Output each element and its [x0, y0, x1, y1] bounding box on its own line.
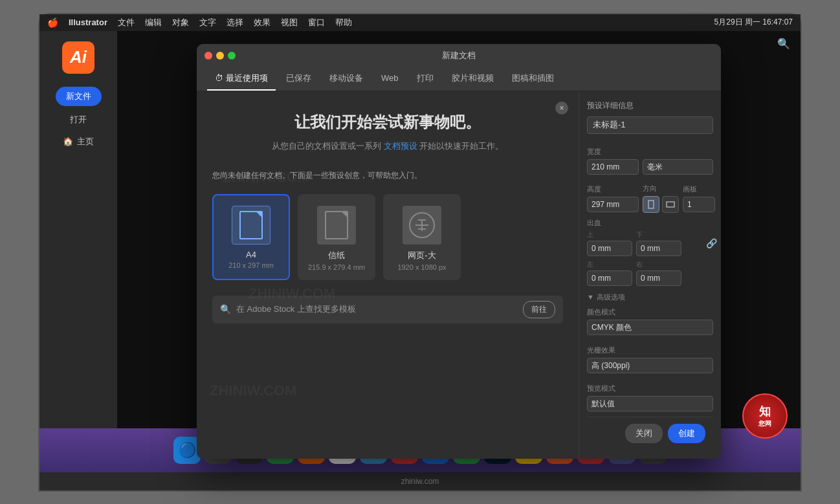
- search-icon-top[interactable]: 🔍: [777, 38, 790, 50]
- home-icon: 🏠: [63, 137, 73, 146]
- dialog-backdrop: 新建文档 ⏱ 最近使用项 已保存 移动设备 Web 打印 胶片和视频 图稿和插图: [117, 31, 801, 428]
- stock-search-icon: 🔍: [220, 304, 231, 314]
- menubar-time: 5月29日 周一 16:47:07: [714, 17, 793, 28]
- orientation-label: 方向: [643, 184, 679, 193]
- maximize-traffic-light[interactable]: [228, 52, 236, 60]
- menu-window[interactable]: 窗口: [308, 17, 325, 28]
- close-traffic-light[interactable]: [204, 52, 212, 60]
- sidebar: Ai 新文件 打开 🏠 主页: [39, 31, 117, 428]
- minimize-traffic-light[interactable]: [216, 52, 224, 60]
- close-dialog-button[interactable]: 关闭: [625, 424, 663, 443]
- svg-rect-1: [667, 202, 674, 207]
- stock-search-placeholder: 在 Adobe Stock 上查找更多模板: [236, 303, 518, 315]
- dialog-close-button[interactable]: ×: [555, 102, 568, 115]
- menu-help[interactable]: 帮助: [335, 17, 352, 28]
- new-document-dialog: 新建文档 ⏱ 最近使用项 已保存 移动设备 Web 打印 胶片和视频 图稿和插图: [197, 44, 721, 459]
- bleed-left-label: 左: [587, 260, 632, 269]
- width-row: 毫米 像素 英寸: [587, 159, 713, 175]
- advanced-section-header[interactable]: ▼ 高级选项: [587, 292, 713, 302]
- template-card-web-size: 1920 x 1080 px: [397, 263, 446, 271]
- welcome-section: × 让我们开始尝试新事物吧。 从您自己的文档设置或一系列 文档预设 开始以快速开…: [197, 91, 579, 165]
- tab-print[interactable]: 打印: [409, 67, 441, 91]
- apple-menu[interactable]: 🍎: [47, 17, 58, 28]
- template-card-letter-name: 信纸: [328, 250, 345, 261]
- menu-select[interactable]: 选择: [227, 17, 243, 28]
- portrait-button[interactable]: [643, 196, 659, 213]
- watermark-3: ZHINIW.COM: [210, 382, 296, 399]
- bleed-right-label: 右: [636, 260, 681, 269]
- dock-url: zhiniw.com: [401, 477, 439, 486]
- color-mode-label: 颜色模式: [587, 307, 713, 317]
- tab-film[interactable]: 胶片和视频: [444, 67, 502, 91]
- bleed-bottom-label: 下: [636, 230, 681, 239]
- dialog-tabs: ⏱ 最近使用项 已保存 移动设备 Web 打印 胶片和视频 图稿和插图: [197, 67, 721, 91]
- stock-search-button[interactable]: 前往: [523, 301, 555, 318]
- preset-name-input[interactable]: [587, 116, 713, 134]
- template-card-a4-name: A4: [246, 250, 256, 259]
- zhiniw-badge: 知 您网: [742, 393, 788, 439]
- dialog-footer: 关闭 创建: [587, 417, 713, 450]
- width-unit-select[interactable]: 毫米 像素 英寸: [643, 159, 713, 175]
- dialog-title: 新建文档: [442, 50, 476, 61]
- menubar: 🍎 Illustrator 文件 编辑 对象 文字 选择 效果 视图 窗口 帮助…: [39, 14, 801, 31]
- preset-details-title: 预设详细信息: [587, 100, 713, 111]
- height-input[interactable]: [587, 197, 639, 212]
- width-input[interactable]: [587, 159, 639, 175]
- menu-text[interactable]: 文字: [199, 17, 216, 28]
- svg-rect-0: [648, 201, 654, 208]
- template-card-web[interactable]: 网页-大 1920 x 1080 px: [383, 194, 461, 280]
- document-preset-link[interactable]: 文档预设: [384, 141, 417, 151]
- preview-mode-label: 预览模式: [587, 384, 713, 393]
- menu-edit[interactable]: 编辑: [145, 17, 162, 28]
- advanced-label: 高级选项: [597, 292, 625, 302]
- menu-effect[interactable]: 效果: [254, 17, 271, 28]
- height-label: 高度: [587, 184, 639, 194]
- welcome-subtitle: 从您自己的文档设置或一系列 文档预设 开始以快速开始工作。: [223, 140, 553, 152]
- home-label: 主页: [77, 136, 94, 148]
- tab-mobile[interactable]: 移动设备: [322, 67, 371, 91]
- preview-mode-select[interactable]: 默认值: [587, 396, 713, 411]
- menu-file[interactable]: 文件: [118, 17, 135, 28]
- ai-logo: Ai: [62, 41, 94, 74]
- tab-recent[interactable]: ⏱ 最近使用项: [207, 67, 276, 91]
- raster-select[interactable]: 高 (300ppi) 中 (150ppi) 低 (72ppi): [587, 358, 713, 373]
- menu-view[interactable]: 视图: [281, 17, 298, 28]
- bleed-right-input[interactable]: [636, 270, 681, 286]
- welcome-title: 让我们开始尝试新事物吧。: [223, 112, 553, 133]
- orientation-buttons: [643, 196, 679, 213]
- menu-object[interactable]: 对象: [172, 17, 189, 28]
- tab-web[interactable]: Web: [373, 67, 406, 91]
- landscape-button[interactable]: [662, 196, 679, 213]
- width-label: 宽度: [587, 147, 713, 157]
- templates-hint: 您尚未创建任何文档。下面是一些预设创意，可帮助您入门。: [197, 165, 579, 189]
- template-card-web-icon: [403, 206, 441, 245]
- boards-input[interactable]: [683, 197, 715, 212]
- create-button[interactable]: 创建: [668, 424, 705, 443]
- dock-bottom-bar: zhiniw.com: [39, 472, 801, 490]
- bleed-link-icon[interactable]: 🔗: [706, 238, 717, 248]
- template-card-a4-icon: [232, 206, 271, 245]
- dialog-titlebar: 新建文档: [197, 44, 721, 67]
- template-card-web-name: 网页-大: [408, 250, 436, 261]
- bleed-top-input[interactable]: [587, 241, 632, 256]
- app-name: Illustrator: [69, 17, 107, 27]
- tab-art[interactable]: 图稿和插图: [504, 67, 562, 91]
- tab-saved[interactable]: 已保存: [278, 67, 319, 91]
- bleed-top-label: 上: [587, 230, 632, 239]
- boards-label: 画板: [683, 184, 715, 194]
- bleed-bottom-input[interactable]: [636, 241, 681, 256]
- raster-label: 光栅效果: [587, 345, 713, 355]
- template-cards: A4 210 x 297 mm 信纸 215.9 x 27: [197, 189, 579, 290]
- sidebar-open-button[interactable]: 打开: [70, 114, 87, 126]
- bleed-label: 出血: [587, 218, 713, 228]
- new-file-button[interactable]: 新文件: [56, 87, 102, 106]
- dialog-left-panel: × 让我们开始尝试新事物吧。 从您自己的文档设置或一系列 文档预设 开始以快速开…: [197, 91, 579, 459]
- height-orientation-row: 高度 方向: [587, 179, 713, 213]
- template-card-letter-size: 215.9 x 279.4 mm: [308, 263, 365, 271]
- template-card-letter[interactable]: 信纸 215.9 x 279.4 mm: [298, 194, 375, 280]
- bleed-left-input[interactable]: [587, 270, 632, 286]
- stock-search-bar[interactable]: 🔍 在 Adobe Stock 上查找更多模板 前往: [212, 296, 563, 323]
- template-card-a4[interactable]: A4 210 x 297 mm: [212, 194, 290, 280]
- color-mode-select[interactable]: CMYK 颜色 RGB 颜色: [587, 320, 713, 335]
- sidebar-home-item[interactable]: 🏠 主页: [63, 136, 94, 148]
